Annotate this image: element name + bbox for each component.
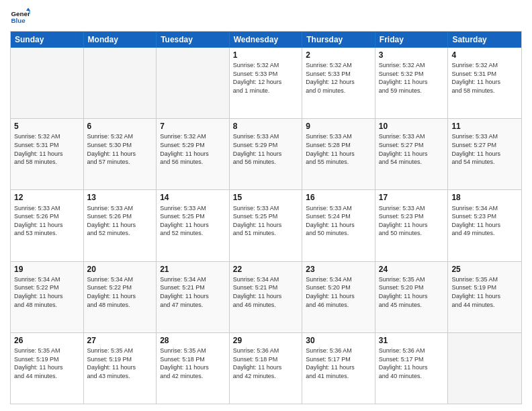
calendar-cell: 27Sunrise: 5:35 AM Sunset: 5:19 PM Dayli… (84, 333, 157, 404)
day-info: Sunrise: 5:33 AM Sunset: 5:24 PM Dayligh… (306, 204, 371, 238)
day-info: Sunrise: 5:34 AM Sunset: 5:22 PM Dayligh… (87, 275, 153, 309)
day-info: Sunrise: 5:35 AM Sunset: 5:18 PM Dayligh… (160, 347, 226, 380)
day-header-monday: Monday (84, 32, 157, 48)
calendar-cell: 20Sunrise: 5:34 AM Sunset: 5:22 PM Dayli… (84, 262, 157, 332)
day-info: Sunrise: 5:36 AM Sunset: 5:17 PM Dayligh… (306, 347, 371, 380)
calendar-cell: 3Sunrise: 5:32 AM Sunset: 5:32 PM Daylig… (375, 48, 449, 118)
day-number: 30 (306, 335, 371, 346)
calendar-cell: 7Sunrise: 5:32 AM Sunset: 5:29 PM Daylig… (157, 119, 230, 189)
calendar-cell: 26Sunrise: 5:35 AM Sunset: 5:19 PM Dayli… (11, 333, 84, 404)
calendar-cell: 8Sunrise: 5:33 AM Sunset: 5:29 PM Daylig… (230, 119, 303, 189)
day-info: Sunrise: 5:32 AM Sunset: 5:32 PM Dayligh… (379, 61, 445, 95)
day-info: Sunrise: 5:35 AM Sunset: 5:20 PM Dayligh… (379, 275, 445, 309)
day-number: 23 (306, 264, 371, 275)
calendar-cell: 14Sunrise: 5:33 AM Sunset: 5:25 PM Dayli… (157, 190, 230, 261)
calendar-cell: 23Sunrise: 5:34 AM Sunset: 5:20 PM Dayli… (302, 262, 375, 332)
day-number: 7 (160, 121, 226, 132)
header: General Blue (10, 7, 522, 27)
day-number: 12 (14, 192, 80, 203)
calendar-cell: 19Sunrise: 5:34 AM Sunset: 5:22 PM Dayli… (11, 262, 84, 332)
logo: General Blue (10, 7, 33, 27)
day-number: 9 (306, 121, 371, 132)
calendar-cell (11, 48, 84, 118)
calendar-cell: 5Sunrise: 5:32 AM Sunset: 5:31 PM Daylig… (11, 119, 84, 189)
day-number: 5 (14, 121, 80, 132)
day-number: 11 (451, 121, 518, 132)
day-number: 10 (379, 121, 445, 132)
day-header-sunday: Sunday (11, 32, 84, 48)
day-number: 27 (87, 335, 153, 346)
day-info: Sunrise: 5:34 AM Sunset: 5:21 PM Dayligh… (160, 275, 226, 309)
day-number: 20 (87, 264, 153, 275)
day-info: Sunrise: 5:33 AM Sunset: 5:26 PM Dayligh… (14, 204, 80, 238)
calendar-cell: 12Sunrise: 5:33 AM Sunset: 5:26 PM Dayli… (11, 190, 84, 261)
calendar-cell (84, 48, 157, 118)
calendar-cell: 21Sunrise: 5:34 AM Sunset: 5:21 PM Dayli… (157, 262, 230, 332)
day-info: Sunrise: 5:35 AM Sunset: 5:19 PM Dayligh… (87, 347, 153, 380)
day-info: Sunrise: 5:35 AM Sunset: 5:19 PM Dayligh… (451, 275, 518, 309)
svg-marker-2 (26, 8, 30, 11)
day-number: 18 (451, 192, 518, 203)
calendar-body: 1Sunrise: 5:32 AM Sunset: 5:33 PM Daylig… (11, 48, 521, 404)
day-header-wednesday: Wednesday (230, 32, 303, 48)
calendar-row-4: 19Sunrise: 5:34 AM Sunset: 5:22 PM Dayli… (11, 261, 521, 332)
calendar-cell: 15Sunrise: 5:33 AM Sunset: 5:25 PM Dayli… (230, 190, 303, 261)
calendar-cell: 1Sunrise: 5:32 AM Sunset: 5:33 PM Daylig… (230, 48, 303, 118)
day-info: Sunrise: 5:32 AM Sunset: 5:31 PM Dayligh… (451, 61, 518, 95)
day-header-tuesday: Tuesday (157, 32, 230, 48)
calendar-cell: 22Sunrise: 5:34 AM Sunset: 5:21 PM Dayli… (230, 262, 303, 332)
calendar: SundayMondayTuesdayWednesdayThursdayFrid… (10, 31, 522, 404)
day-info: Sunrise: 5:36 AM Sunset: 5:18 PM Dayligh… (233, 347, 299, 380)
day-header-saturday: Saturday (448, 32, 521, 48)
calendar-row-5: 26Sunrise: 5:35 AM Sunset: 5:19 PM Dayli… (11, 332, 521, 404)
day-info: Sunrise: 5:33 AM Sunset: 5:23 PM Dayligh… (379, 204, 445, 238)
day-number: 29 (233, 335, 299, 346)
day-info: Sunrise: 5:32 AM Sunset: 5:31 PM Dayligh… (14, 132, 80, 166)
day-info: Sunrise: 5:34 AM Sunset: 5:23 PM Dayligh… (451, 204, 518, 238)
day-info: Sunrise: 5:32 AM Sunset: 5:33 PM Dayligh… (306, 61, 371, 95)
calendar-cell (157, 48, 230, 118)
day-number: 6 (87, 121, 153, 132)
calendar-cell: 6Sunrise: 5:32 AM Sunset: 5:30 PM Daylig… (84, 119, 157, 189)
day-info: Sunrise: 5:32 AM Sunset: 5:30 PM Dayligh… (87, 132, 153, 166)
calendar-cell: 31Sunrise: 5:36 AM Sunset: 5:17 PM Dayli… (375, 333, 449, 404)
calendar-row-1: 1Sunrise: 5:32 AM Sunset: 5:33 PM Daylig… (11, 48, 521, 118)
svg-text:General: General (11, 10, 31, 17)
day-info: Sunrise: 5:34 AM Sunset: 5:21 PM Dayligh… (233, 275, 299, 309)
calendar-cell: 16Sunrise: 5:33 AM Sunset: 5:24 PM Dayli… (302, 190, 375, 261)
calendar-cell: 24Sunrise: 5:35 AM Sunset: 5:20 PM Dayli… (375, 262, 449, 332)
calendar-cell: 11Sunrise: 5:33 AM Sunset: 5:27 PM Dayli… (448, 119, 521, 189)
calendar-row-2: 5Sunrise: 5:32 AM Sunset: 5:31 PM Daylig… (11, 118, 521, 189)
calendar-cell: 2Sunrise: 5:32 AM Sunset: 5:33 PM Daylig… (302, 48, 375, 118)
day-header-thursday: Thursday (302, 32, 375, 48)
day-number: 3 (379, 50, 445, 60)
day-info: Sunrise: 5:33 AM Sunset: 5:25 PM Dayligh… (160, 204, 226, 238)
day-number: 13 (87, 192, 153, 203)
day-info: Sunrise: 5:33 AM Sunset: 5:28 PM Dayligh… (306, 132, 371, 166)
calendar-cell: 25Sunrise: 5:35 AM Sunset: 5:19 PM Dayli… (448, 262, 521, 332)
day-number: 21 (160, 264, 226, 275)
calendar-cell (448, 333, 521, 404)
day-info: Sunrise: 5:34 AM Sunset: 5:20 PM Dayligh… (306, 275, 371, 309)
calendar-cell: 18Sunrise: 5:34 AM Sunset: 5:23 PM Dayli… (448, 190, 521, 261)
calendar-cell: 17Sunrise: 5:33 AM Sunset: 5:23 PM Dayli… (375, 190, 449, 261)
calendar-cell: 13Sunrise: 5:33 AM Sunset: 5:26 PM Dayli… (84, 190, 157, 261)
day-number: 2 (306, 50, 371, 60)
day-number: 4 (451, 50, 518, 60)
day-info: Sunrise: 5:34 AM Sunset: 5:22 PM Dayligh… (14, 275, 80, 309)
calendar-header: SundayMondayTuesdayWednesdayThursdayFrid… (11, 32, 521, 48)
day-info: Sunrise: 5:32 AM Sunset: 5:29 PM Dayligh… (160, 132, 226, 166)
day-info: Sunrise: 5:33 AM Sunset: 5:26 PM Dayligh… (87, 204, 153, 238)
day-number: 28 (160, 335, 226, 346)
svg-text:Blue: Blue (11, 17, 26, 24)
day-number: 31 (379, 335, 445, 346)
calendar-cell: 9Sunrise: 5:33 AM Sunset: 5:28 PM Daylig… (302, 119, 375, 189)
day-info: Sunrise: 5:33 AM Sunset: 5:25 PM Dayligh… (233, 204, 299, 238)
calendar-cell: 4Sunrise: 5:32 AM Sunset: 5:31 PM Daylig… (448, 48, 521, 118)
day-info: Sunrise: 5:33 AM Sunset: 5:27 PM Dayligh… (451, 132, 518, 166)
day-number: 16 (306, 192, 371, 203)
day-info: Sunrise: 5:33 AM Sunset: 5:29 PM Dayligh… (233, 132, 299, 166)
day-number: 1 (233, 50, 299, 60)
calendar-cell: 30Sunrise: 5:36 AM Sunset: 5:17 PM Dayli… (302, 333, 375, 404)
day-number: 15 (233, 192, 299, 203)
